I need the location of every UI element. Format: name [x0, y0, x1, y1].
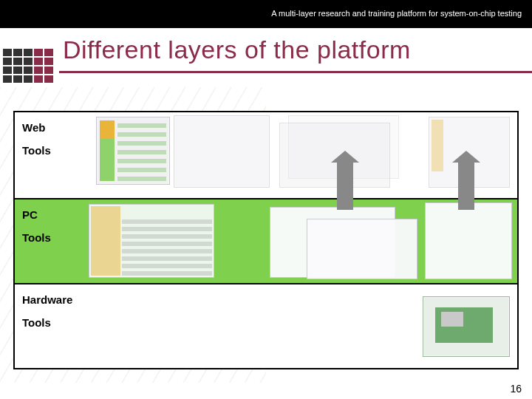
page-number: 16	[510, 383, 522, 395]
layer-pc: PC Tools	[15, 200, 517, 284]
title-underline	[59, 71, 532, 73]
screenshot-thumbnail	[425, 202, 512, 279]
header-subtitle: A multi-layer research and training plat…	[271, 9, 522, 18]
layer-hardware: Hardware Tools	[15, 284, 517, 369]
logo-icon	[3, 49, 53, 83]
screenshot-thumbnail	[89, 204, 214, 278]
hardware-board-thumbnail	[423, 296, 510, 357]
screenshot-thumbnail	[174, 115, 270, 188]
slide-header: A multi-layer research and training plat…	[0, 0, 532, 28]
arrow-up-icon	[337, 161, 353, 210]
layer-web: Web Tools	[15, 112, 517, 200]
layers-diagram: Web Tools PC Tools Hardware Tools	[13, 111, 519, 369]
screenshot-thumbnail	[307, 219, 417, 279]
arrow-up-icon	[458, 161, 474, 210]
screenshot-thumbnail	[96, 117, 170, 185]
page-title: Different layers of the platform	[63, 35, 411, 64]
title-area: Different layers of the platform	[0, 28, 532, 87]
